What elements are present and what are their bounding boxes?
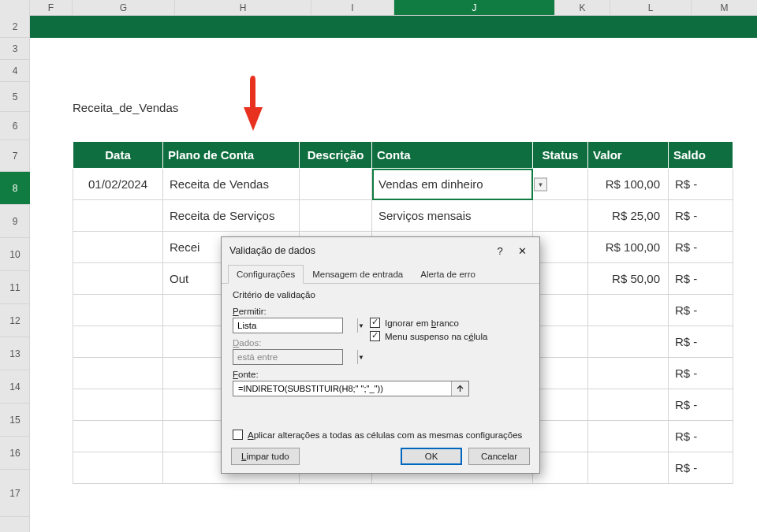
col-header-L[interactable]: L [610,0,692,15]
ignore-blank-label: Ignorar em branco [385,318,459,328]
row-header-15[interactable]: 15 [0,404,30,437]
th-plano[interactable]: Plano de Conta [163,142,300,169]
dialog-footer: Limpar tudo OK Cancelar [222,448,539,473]
cell-valor[interactable]: R$ 50,00 [588,263,669,295]
cell-saldo[interactable]: R$ - [669,295,733,326]
row-header-17[interactable]: 17 [0,470,30,517]
cell-saldo[interactable]: R$ - [669,326,733,358]
annotation-arrow-icon [241,73,265,136]
col-header-J[interactable]: J [394,0,555,15]
apply-all-checkbox[interactable] [233,430,243,440]
cell-conta-value: Vendas em dinheiro [378,177,483,191]
in-cell-dropdown-label: Menu suspenso na célula [385,332,487,341]
dialog-body: Critério de validação Permitir: ▼ Dados:… [222,284,539,448]
row-header-13[interactable]: 13 [0,337,30,370]
cell-saldo[interactable]: R$ - [669,200,733,232]
dialog-help-button[interactable]: ? [489,242,511,259]
cell-desc[interactable] [300,169,372,200]
source-field[interactable] [233,381,469,396]
cell-status[interactable] [533,263,588,295]
cell-data[interactable]: 01/02/2024 [73,169,163,200]
col-header-M[interactable]: M [692,0,757,15]
row-header-3[interactable]: 3 [0,38,30,60]
row-header-column: 2 3 4 5 6 7 8 9 10 11 12 13 14 15 16 17 [0,0,30,532]
dialog-titlebar[interactable]: Validação de dados ? ✕ [222,237,539,264]
cell-saldo[interactable]: R$ - [669,358,733,389]
in-cell-dropdown-checkbox[interactable] [370,331,380,341]
cell-saldo[interactable]: R$ - [669,232,733,263]
table-row: 01/02/2024 Receita de Vendas Vendas em d… [73,169,733,200]
cell-valor[interactable]: R$ 100,00 [588,169,669,200]
cancel-button[interactable]: Cancelar [468,448,530,465]
row-header-2[interactable]: 2 [0,16,30,38]
cell-conta-selected[interactable]: Vendas em dinheiro ▼ [372,169,533,200]
data-combo: ▼ [233,349,343,365]
named-range-label: Receita_de_Vendas [73,101,178,114]
col-header-I[interactable]: I [311,0,394,15]
row-header-11[interactable]: 11 [0,271,30,304]
dialog-tabs: Configurações Mensagem de entrada Alerta… [222,264,539,284]
cell-saldo[interactable]: R$ - [669,421,733,452]
col-header-G[interactable]: G [73,0,175,15]
row-header-4[interactable]: 4 [0,60,30,82]
cell-data[interactable] [73,232,163,263]
source-input[interactable] [233,381,451,396]
row-header-7[interactable]: 7 [0,140,30,172]
cell-status[interactable] [533,232,588,263]
row-header-12[interactable]: 12 [0,304,30,337]
allow-input[interactable] [233,318,357,333]
th-conta[interactable]: Conta [372,142,533,169]
table-header-row: Data Plano de Conta Descrição Conta Stat… [73,142,733,169]
row-header-10[interactable]: 10 [0,238,30,271]
data-input [233,350,357,364]
tab-mensagem-entrada[interactable]: Mensagem de entrada [304,265,412,284]
th-status[interactable]: Status [533,142,588,169]
data-validation-dialog: Validação de dados ? ✕ Configurações Men… [221,236,540,474]
th-descricao[interactable]: Descrição [300,142,372,169]
dialog-title-text: Validação de dados [229,245,315,256]
cell-valor[interactable]: R$ 100,00 [588,232,669,263]
cell-saldo[interactable]: R$ - [669,263,733,295]
cell-saldo[interactable]: R$ - [669,389,733,421]
th-valor[interactable]: Valor [588,142,669,169]
ignore-blank-checkbox[interactable] [370,318,380,328]
row-header-14[interactable]: 14 [0,370,30,404]
row-header-8[interactable]: 8 [0,172,30,205]
ok-button[interactable]: OK [401,448,462,465]
cell-saldo[interactable]: R$ - [669,169,733,200]
row-header-16[interactable]: 16 [0,437,30,470]
cell-conta[interactable]: Serviços mensais [372,200,533,232]
cell-data[interactable] [73,200,163,232]
col-header-K[interactable]: K [555,0,610,15]
row-header-6[interactable]: 6 [0,112,30,140]
cell-data[interactable] [73,263,163,295]
col-header-H[interactable]: H [175,0,311,15]
dialog-close-button[interactable]: ✕ [511,242,533,259]
cell-plano[interactable]: Receita de Serviços [163,200,300,232]
source-label: Fonte: [233,370,528,379]
tab-alerta-erro[interactable]: Alerta de erro [412,265,484,284]
chevron-down-icon: ▼ [357,350,364,364]
clear-all-button[interactable]: Limpar tudo [231,448,300,465]
allow-combo[interactable]: ▼ [233,318,343,333]
criterion-section-label: Critério de validação [233,290,528,299]
allow-label: Permitir: [233,307,351,316]
validation-dropdown-icon[interactable]: ▼ [534,177,547,191]
tab-configuracoes[interactable]: Configurações [228,265,304,284]
cell-saldo[interactable]: R$ - [669,452,733,484]
apply-all-label: Aplicar alterações a todas as células co… [248,430,522,440]
row-header-5[interactable]: 5 [0,82,30,112]
table-row: Receita de Serviços Serviços mensais R$ … [73,200,733,232]
chevron-down-icon[interactable]: ▼ [357,318,364,333]
cell-status[interactable] [533,200,588,232]
range-picker-icon[interactable] [451,381,468,396]
cell-valor[interactable]: R$ 25,00 [588,200,669,232]
th-saldo[interactable]: Saldo [669,142,733,169]
col-header-F[interactable]: F [30,0,73,15]
header-green-bar [30,16,757,38]
th-data[interactable]: Data [73,142,163,169]
data-label: Dados: [233,338,351,348]
cell-desc[interactable] [300,200,372,232]
row-header-9[interactable]: 9 [0,205,30,238]
cell-plano[interactable]: Receita de Vendas [163,169,300,200]
